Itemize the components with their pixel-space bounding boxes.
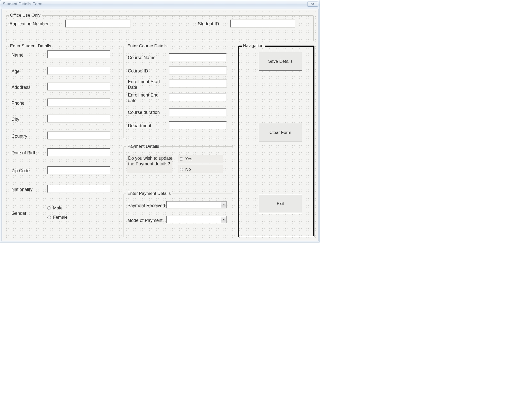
input-name[interactable] xyxy=(47,50,110,58)
radio-icon xyxy=(180,168,183,171)
panel-yes: Yes xyxy=(178,155,223,163)
radio-female-label: Female xyxy=(53,215,68,220)
app-window: Student Details Form Office Use Only App… xyxy=(0,0,320,242)
input-course-name[interactable] xyxy=(169,53,227,61)
label-payment-received: Payment Received xyxy=(127,203,165,209)
window-title: Student Details Form xyxy=(3,2,307,6)
radio-yes[interactable]: Yes xyxy=(180,156,192,162)
radio-male-label: Male xyxy=(53,206,63,211)
radio-no-label: No xyxy=(185,167,191,172)
close-button[interactable] xyxy=(307,2,318,7)
button-label: Clear Form xyxy=(269,130,291,135)
label-start-date: Enrollment Start Date xyxy=(128,79,166,90)
radio-icon xyxy=(47,216,51,219)
clear-button[interactable]: Clear Form xyxy=(259,123,302,142)
label-course-id: Course ID xyxy=(128,68,166,74)
input-city[interactable] xyxy=(47,115,110,122)
label-payment-question: Do you wish to update the Payment detail… xyxy=(128,156,173,167)
client-area: Office Use Only Application Number Stude… xyxy=(1,9,319,241)
combo-value xyxy=(167,216,221,223)
input-phone[interactable] xyxy=(47,99,110,106)
legend-course: Enter Course Details xyxy=(126,44,169,49)
label-country: Country xyxy=(12,134,27,139)
close-icon xyxy=(311,3,314,5)
input-dept[interactable] xyxy=(169,121,227,129)
titlebar: Student Details Form xyxy=(0,0,320,8)
exit-button[interactable]: Exit xyxy=(259,194,302,213)
group-payment: Enter Payment Details Payment Received M… xyxy=(124,194,233,237)
legend-nav: Navigation xyxy=(242,43,265,48)
label-age: Age xyxy=(12,69,19,75)
label-phone: Phone xyxy=(12,101,25,106)
label-gender: Gender xyxy=(12,211,26,216)
label-city: City xyxy=(12,117,19,122)
input-end-date[interactable] xyxy=(169,93,227,101)
input-duration[interactable] xyxy=(169,108,227,116)
panel-question: Do you wish to update the Payment detail… xyxy=(127,155,172,173)
legend-student: Enter Student Details xyxy=(9,44,53,49)
input-nationality[interactable] xyxy=(47,185,110,193)
group-office: Office Use Only Application Number Stude… xyxy=(6,15,314,41)
combo-value xyxy=(167,201,221,208)
label-dept: Department xyxy=(128,123,166,129)
group-payment-question: Payment Details Do you wish to update th… xyxy=(124,146,233,186)
label-student-id: Student ID xyxy=(198,21,219,27)
label-zip: Zip Code xyxy=(12,168,30,174)
radio-no[interactable]: No xyxy=(180,167,191,172)
group-course: Enter Course Details Course Name Course … xyxy=(124,46,233,138)
radio-icon xyxy=(47,206,51,210)
group-navigation: Navigation Save Details Clear Form Exit xyxy=(238,46,314,237)
label-course-name: Course Name xyxy=(128,55,166,61)
input-zip[interactable] xyxy=(47,166,110,174)
combo-mode-payment[interactable] xyxy=(166,216,227,223)
save-button[interactable]: Save Details xyxy=(259,52,302,71)
label-name: Name xyxy=(12,52,24,58)
panel-no: No xyxy=(178,165,223,173)
label-nationality: Nationality xyxy=(12,187,33,193)
input-student-id[interactable] xyxy=(230,20,295,27)
chevron-down-icon xyxy=(221,201,226,208)
chevron-down-icon xyxy=(221,216,226,223)
input-age[interactable] xyxy=(47,67,110,75)
label-address: Adddress xyxy=(12,85,30,90)
form-canvas: Office Use Only Application Number Stude… xyxy=(3,10,317,240)
combo-payment-received[interactable] xyxy=(166,201,227,208)
input-start-date[interactable] xyxy=(169,80,227,87)
legend-payment: Enter Payment Details xyxy=(126,191,172,196)
legend-office: Office Use Only xyxy=(9,13,42,18)
label-dob: Date of Birth xyxy=(12,150,36,156)
button-label: Save Details xyxy=(268,59,292,64)
input-dob[interactable] xyxy=(47,148,110,156)
label-duration: Course duration xyxy=(128,110,166,115)
input-app-number[interactable] xyxy=(65,20,130,27)
radio-female[interactable]: Female xyxy=(47,215,68,220)
input-course-id[interactable] xyxy=(169,67,227,74)
group-student: Enter Student Details Name Age Adddress … xyxy=(6,46,118,237)
legend-payment-q: Payment Details xyxy=(126,144,160,149)
button-label: Exit xyxy=(277,201,284,206)
radio-male[interactable]: Male xyxy=(47,206,63,211)
label-end-date: Enrollment End date xyxy=(128,92,166,104)
radio-yes-label: Yes xyxy=(185,156,192,162)
label-mode-payment: Mode of Payment xyxy=(127,218,162,224)
input-address[interactable] xyxy=(47,83,110,90)
input-country[interactable] xyxy=(47,132,110,139)
radio-icon xyxy=(180,157,183,161)
label-app-number: Application Number xyxy=(9,21,49,27)
